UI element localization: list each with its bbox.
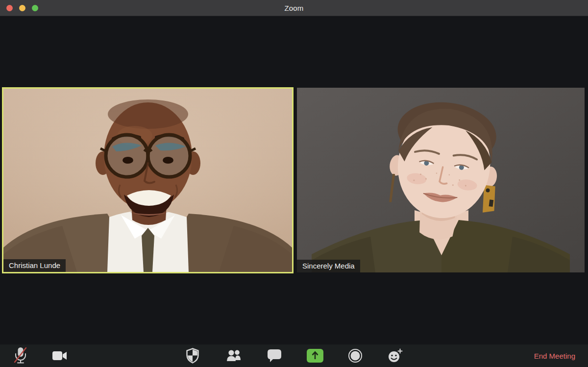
close-window-button[interactable] <box>6 5 13 11</box>
window-controls <box>6 5 38 11</box>
zoom-app-window: Zoom <box>0 0 588 367</box>
participant-name-label: Christian Lunde <box>3 259 66 272</box>
video-tile-sincerely-media[interactable]: Sincerely Media <box>297 88 585 272</box>
participants-icon <box>226 349 241 362</box>
reactions-button[interactable] <box>385 346 406 366</box>
share-screen-button[interactable] <box>304 346 326 366</box>
mute-button[interactable] <box>10 346 31 366</box>
minimize-window-button[interactable] <box>19 5 25 11</box>
share-screen-up-arrow-icon <box>306 348 324 363</box>
meeting-controls-toolbar: End Meeting <box>0 344 588 367</box>
participant-video-woman-portrait <box>297 88 585 272</box>
video-button[interactable] <box>49 346 71 366</box>
shield-icon <box>186 348 199 364</box>
participant-video-man-portrait <box>3 89 292 272</box>
chat-button[interactable] <box>264 346 285 366</box>
mic-muted-icon <box>13 346 28 365</box>
window-titlebar: Zoom <box>0 0 588 16</box>
video-tile-christian-lunde[interactable]: Christian Lunde <box>2 87 294 273</box>
video-camera-icon <box>52 350 67 361</box>
fullscreen-window-button[interactable] <box>32 5 38 11</box>
participant-name-label: Sincerely Media <box>297 260 360 272</box>
security-button[interactable] <box>182 346 203 366</box>
chat-bubble-icon <box>268 349 281 363</box>
end-meeting-button[interactable]: End Meeting <box>534 344 575 367</box>
participants-button[interactable] <box>223 346 245 366</box>
window-title: Zoom <box>284 4 303 12</box>
record-button[interactable] <box>344 346 366 366</box>
smiley-plus-icon <box>388 348 403 363</box>
record-circle-icon <box>348 348 363 363</box>
